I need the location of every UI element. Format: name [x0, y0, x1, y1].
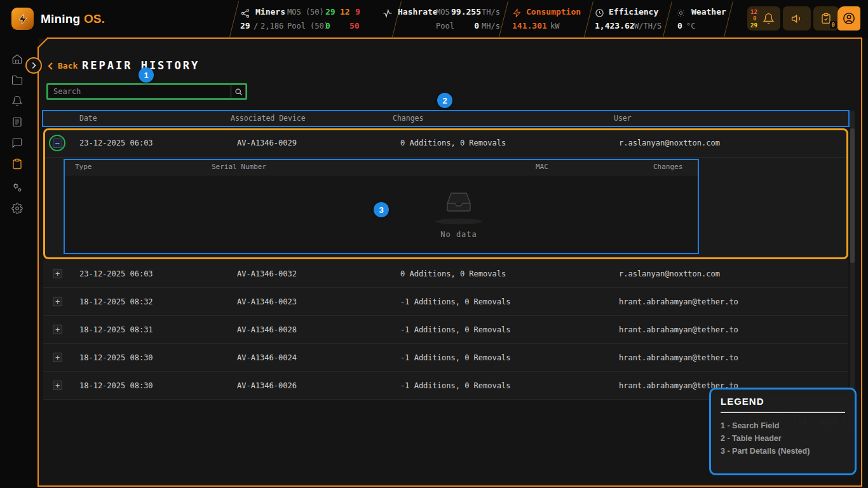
lightning-logo-icon: [11, 8, 34, 30]
miners-stat: Miners MOS (50) 29 12 9 29 / 2,186 Pool …: [240, 6, 380, 32]
cell-date: 18-12-2025 08:31: [79, 316, 153, 344]
efficiency-stat: Efficiency 1,423.62 W/TH/S: [595, 6, 668, 32]
consumption-stat: Consumption 141.301 kW: [512, 6, 583, 32]
column-header-user[interactable]: User: [614, 114, 632, 123]
expand-row-button[interactable]: +: [53, 325, 62, 334]
sidebar-item-home[interactable]: [11, 53, 24, 65]
chevron-left-icon: [47, 62, 53, 71]
chat-icon: [11, 137, 23, 149]
notification-badge-red: 12: [750, 9, 757, 15]
table-row[interactable]: + 18-12-2025 08:31 AV-A1346-0028 -1 Addi…: [43, 316, 848, 344]
weather-stat: Weather 0 °C: [676, 6, 729, 32]
file-text-icon: [11, 116, 23, 128]
cell-changes: 0 Additions, 0 Removals: [400, 130, 506, 156]
topbar-divider: [584, 1, 593, 37]
topbar-divider: [229, 1, 239, 37]
expand-row-button[interactable]: +: [53, 381, 62, 390]
sidebar-expand-button[interactable]: [25, 57, 42, 74]
legend-item: 3 - Part Details (Nested): [721, 445, 845, 458]
cell-device: AV-A1346-0028: [237, 316, 297, 344]
nested-column-mac: MAC: [536, 163, 548, 171]
cell-device: AV-A1346-0029: [237, 130, 297, 156]
content-frame-border: [37, 485, 862, 487]
expand-row-button[interactable]: +: [53, 353, 62, 362]
search-icon-button[interactable]: [231, 85, 246, 98]
efficiency-icon: [595, 8, 604, 18]
gear-icon: [11, 203, 23, 214]
folder-icon: [11, 74, 23, 86]
annotation-badge-3: 3: [374, 202, 389, 217]
sidebar-item-projects[interactable]: [11, 74, 24, 86]
cell-user: hrant.abrahamyan@tether.to: [619, 288, 738, 316]
back-button[interactable]: Back: [47, 61, 78, 71]
legend-divider: [721, 412, 845, 413]
annotation-badge-2: 2: [437, 93, 452, 108]
cell-changes: 0 Additions, 0 Removals: [400, 260, 506, 288]
sidebar-item-alerts[interactable]: [11, 95, 24, 107]
consumption-icon: [512, 8, 522, 18]
sidebar-item-repairs-active[interactable]: [11, 158, 24, 170]
empty-state: No data: [417, 189, 500, 239]
search-input[interactable]: [48, 85, 231, 98]
speaker-icon: [791, 13, 803, 25]
nested-column-type: Type: [75, 163, 92, 171]
notifications-button[interactable]: 12 0 29: [747, 6, 780, 30]
sidebar-item-integrations[interactable]: [11, 181, 24, 194]
column-header-date[interactable]: Date: [79, 114, 97, 123]
table-body: + 23-12-2025 06:03 AV-A1346-0032 0 Addit…: [43, 260, 848, 400]
row-divider: [45, 157, 846, 158]
cell-user: r.aslanyan@noxtton.com: [619, 130, 720, 156]
content-frame-border: [47, 37, 862, 39]
expand-row-button[interactable]: +: [53, 297, 62, 306]
annotation-badge-1: 1: [139, 67, 154, 83]
cell-device: AV-A1346-0026: [237, 372, 297, 400]
tasks-button[interactable]: 0: [813, 6, 839, 30]
hashrate-stat: Hashrate MOS 99.255 TH/s Pool 0 MH/s: [383, 6, 497, 32]
app-logo[interactable]: Mining OS.: [11, 8, 105, 30]
user-icon: [842, 11, 856, 25]
legend-title: LEGEND: [721, 396, 845, 407]
empty-state-label: No data: [417, 230, 500, 239]
table-row[interactable]: + 23-12-2025 06:03 AV-A1346-0032 0 Addit…: [43, 260, 848, 288]
chevron-right-icon: [31, 62, 37, 69]
empty-icon-shadow: [435, 219, 482, 224]
column-header-changes[interactable]: Changes: [393, 114, 423, 123]
expanded-row-group-annotated: − 23-12-2025 06:03 AV-A1346-0029 0 Addit…: [43, 128, 848, 259]
notification-badge-yellow: 29: [750, 22, 757, 29]
scrollbar-thumb[interactable]: [850, 128, 855, 263]
table-row[interactable]: + 18-12-2025 08:32 AV-A1346-0023 -1 Addi…: [43, 288, 848, 316]
notification-badge-orange: 0: [753, 15, 756, 22]
cell-changes: -1 Additions, 0 Removals: [400, 344, 510, 372]
sidebar-item-messages[interactable]: [11, 137, 24, 149]
account-button[interactable]: [837, 6, 860, 30]
table-row[interactable]: − 23-12-2025 06:03 AV-A1346-0029 0 Addit…: [45, 130, 846, 157]
nested-column-changes: Changes: [653, 163, 682, 171]
topbar-divider: [499, 1, 508, 37]
sidebar: [0, 38, 38, 488]
collapse-button-annotated: −: [49, 135, 65, 151]
cell-date: 23-12-2025 06:03: [79, 130, 153, 156]
miners-icon: [240, 8, 250, 18]
cell-user: r.aslanyan@noxtton.com: [619, 260, 720, 288]
cell-user: hrant.abrahamyan@tether.to: [619, 316, 738, 344]
search-field-annotated: [46, 83, 247, 100]
cell-changes: -1 Additions, 0 Removals: [400, 288, 510, 316]
gears-icon: [11, 182, 23, 193]
legend-item: 2 - Table Header: [721, 432, 845, 445]
table-scrollbar[interactable]: [850, 111, 855, 402]
cell-date: 23-12-2025 06:03: [79, 260, 153, 288]
sidebar-item-settings[interactable]: [11, 202, 24, 215]
search-icon: [234, 88, 243, 96]
cell-date: 18-12-2025 08:30: [79, 372, 153, 400]
home-icon: [11, 53, 23, 65]
expand-row-button[interactable]: +: [53, 269, 62, 278]
tasks-badge: 0: [830, 21, 837, 29]
topbar: Mining OS. Miners MOS (50) 29 12 9 29 / …: [0, 0, 868, 38]
sound-button[interactable]: [783, 6, 811, 30]
table-row[interactable]: + 18-12-2025 08:30 AV-A1346-0024 -1 Addi…: [43, 344, 848, 372]
bell-icon: [763, 13, 775, 25]
empty-inbox-icon: [442, 189, 475, 215]
column-header-device[interactable]: Associated Device: [231, 114, 306, 123]
collapse-row-button[interactable]: −: [53, 139, 62, 148]
sidebar-item-reports[interactable]: [11, 116, 24, 128]
